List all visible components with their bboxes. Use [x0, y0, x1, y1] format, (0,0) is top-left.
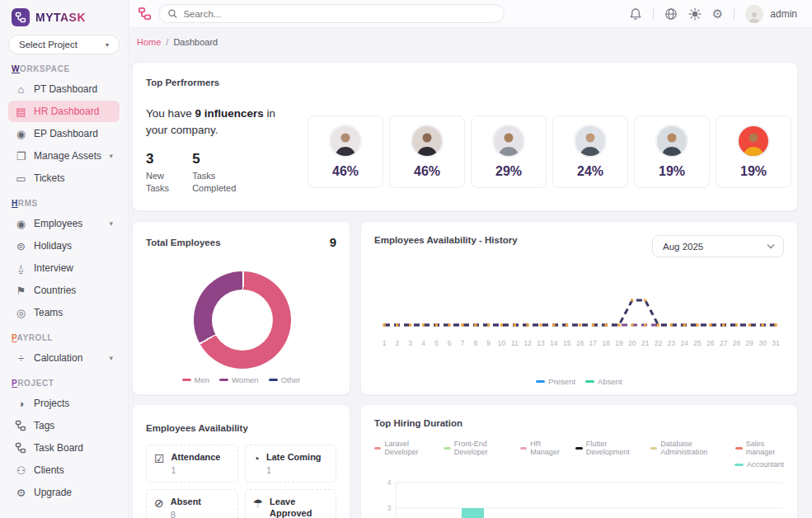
app-logo[interactable]: MYTASK: [8, 7, 120, 33]
search-box[interactable]: [158, 4, 505, 23]
sidebar-item-label: Upgrade: [34, 487, 72, 498]
legend-item-women: Women: [219, 375, 259, 384]
availability-tile-label: Leave Approved: [270, 497, 328, 518]
sidebar-item-holidays[interactable]: ⊜Holidays: [8, 235, 120, 257]
svg-text:9: 9: [486, 339, 490, 347]
search-input[interactable]: [183, 9, 495, 19]
svg-text:8: 8: [473, 339, 477, 347]
select-project-label: Select Project: [19, 40, 77, 49]
top-hiring-card: Top Hiring Duration Laravel DeveloperFro…: [360, 404, 798, 518]
sidebar-item-label: Tickets: [34, 172, 65, 184]
sidebar-item-manage-assets[interactable]: ❐Manage Assets▾: [8, 145, 120, 167]
availability-tile-absent: ⊘Absent8: [146, 489, 238, 518]
legend-item-front-end-developer: Front-End Developer: [444, 440, 507, 456]
sidebar-item-interview[interactable]: ⍙Interview: [8, 257, 120, 279]
availability-tile-label: Late Coming: [266, 452, 322, 464]
hiring-bar-chart: 43: [374, 471, 786, 518]
topbar-divider: [653, 8, 654, 20]
select-project-dropdown[interactable]: Select Project ▾: [8, 35, 120, 54]
sidebar-item-clients[interactable]: ⚇Clients: [8, 459, 120, 481]
svg-text:4: 4: [421, 339, 425, 347]
sidebar-item-projects[interactable]: ◑Projects: [8, 393, 120, 414]
total-employees-count: 9: [330, 235, 336, 249]
performer-percent: 19%: [659, 164, 685, 179]
sidebar-item-countries[interactable]: ⚑Countries: [8, 280, 120, 301]
hiring-legend-row-2: Accountant: [374, 460, 784, 469]
svg-text:29: 29: [746, 339, 754, 347]
hiring-legend-row-1: Laravel DeveloperFront-End DeveloperHR M…: [374, 440, 784, 456]
sidebar-toggle-tree-icon[interactable]: [138, 7, 152, 21]
performer-percent: 29%: [495, 164, 522, 179]
task-stat-label: TasksCompleted: [192, 170, 236, 196]
performer-tile: 46%: [307, 115, 383, 188]
notifications-bell-icon[interactable]: [629, 7, 642, 21]
user-avatar: [745, 5, 763, 23]
menu-section-label: WORKSPACE: [12, 64, 116, 73]
user-menu[interactable]: admin: [745, 5, 797, 23]
performer-tile: 29%: [471, 115, 547, 188]
month-select-value: Aug 2025: [663, 242, 703, 252]
svg-text:3: 3: [387, 504, 392, 512]
availability-history-line-chart: 1234567891011121314151617181920212223242…: [374, 261, 786, 369]
legend-item-flutter-development: Flutter Development: [575, 440, 637, 456]
breadcrumb-separator: /: [166, 37, 168, 47]
legend-label: Present: [548, 377, 575, 386]
sidebar-item-label: PT Dashboard: [34, 83, 97, 95]
employees-availability-card: Employees Availability ☑Attendance1◔Late…: [132, 404, 350, 518]
sidebar-item-upgrade[interactable]: ⚙Upgrade: [8, 482, 120, 503]
task-stat-value: 3: [146, 151, 169, 167]
sidebar-item-pt-dashboard[interactable]: ⌂PT Dashboard: [8, 78, 120, 100]
sidebar-item-label: Projects: [34, 398, 69, 409]
sidebar-item-ep-dashboard[interactable]: ◉EP Dashboard: [8, 123, 120, 144]
sidebar-item-employees[interactable]: ◉Employees▾: [8, 213, 120, 234]
logo-tree-icon: [12, 8, 30, 26]
performer-avatar: [329, 125, 362, 158]
month-select-dropdown[interactable]: Aug 2025: [652, 235, 784, 257]
settings-gear-icon[interactable]: ⚙: [712, 7, 723, 20]
legend-swatch: [444, 447, 450, 450]
breadcrumb-home-link[interactable]: Home: [137, 37, 161, 47]
legend-label: Flutter Development: [586, 440, 637, 456]
app-name: MYTASK: [35, 11, 86, 24]
sidebar-item-calculation[interactable]: ÷Calculation▾: [8, 347, 120, 369]
copy-icon: ❐: [15, 151, 27, 162]
availability-tile-text: Leave Approved0: [270, 497, 328, 518]
svg-text:4: 4: [387, 478, 392, 487]
legend-item-accountant: Accountant: [735, 460, 784, 469]
svg-text:28: 28: [733, 339, 741, 347]
tree-icon: [15, 442, 27, 454]
availability-tile-late-coming: ◔Late Coming1: [245, 445, 337, 483]
svg-text:27: 27: [720, 339, 728, 347]
availability-tile-value: 1: [266, 465, 322, 475]
user-badge-icon: ◉: [15, 129, 27, 139]
legend-label: Women: [232, 375, 259, 384]
performer-tile: 46%: [389, 115, 465, 188]
legend-item-hr-manager: HR Manager: [520, 440, 562, 456]
sidebar-item-tickets[interactable]: ▭Tickets: [8, 167, 120, 189]
legend-item-men: Men: [182, 375, 209, 384]
clock-icon: ◔: [253, 452, 260, 475]
sidebar-item-tags[interactable]: Tags: [8, 415, 120, 436]
top-performers-card: Top Perfrormers You have 9 influencers i…: [132, 62, 798, 211]
legend-item-database-administration: Database Administration: [650, 440, 722, 456]
svg-text:6: 6: [448, 339, 452, 347]
legend-label: Other: [281, 375, 301, 384]
legend-swatch: [374, 447, 381, 450]
influencers-message: You have 9 influencers in your company.: [146, 106, 298, 139]
svg-text:13: 13: [537, 339, 545, 347]
sidebar-item-hr-dashboard[interactable]: ▤HR Dashboard: [8, 101, 120, 122]
performer-avatar: [737, 125, 770, 158]
sidebar-item-teams[interactable]: ◎Teams: [8, 302, 120, 323]
svg-text:1: 1: [383, 339, 387, 347]
chevron-down-icon: ▾: [109, 152, 113, 160]
svg-text:15: 15: [563, 339, 571, 347]
globe-language-icon[interactable]: [664, 7, 678, 21]
svg-text:25: 25: [693, 339, 702, 347]
tree-icon: [15, 420, 27, 431]
user-circle-icon: ◉: [15, 219, 27, 229]
svg-text:31: 31: [772, 339, 780, 347]
sidebar-item-task-board[interactable]: Task Board: [8, 437, 120, 459]
theme-sun-icon[interactable]: [688, 7, 702, 21]
availability-history-title: Employees Availability - History: [374, 235, 518, 245]
graduation-cap-icon: ⍙: [15, 263, 27, 274]
